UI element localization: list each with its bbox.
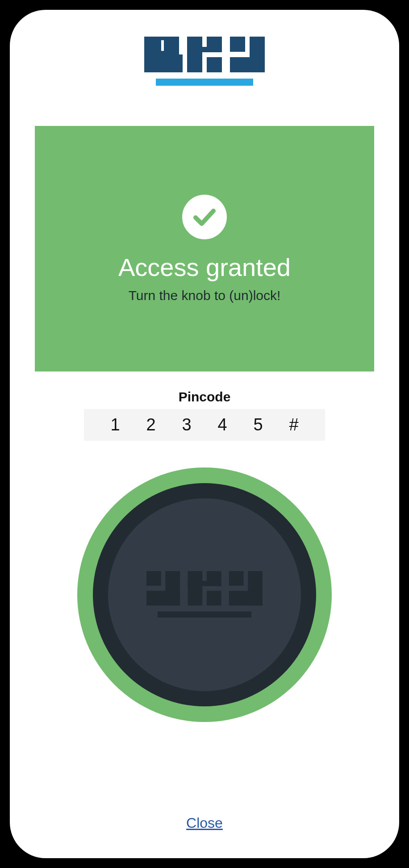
check-icon: [182, 195, 227, 239]
svg-rect-18: [230, 37, 245, 52]
pincode-digit: 5: [240, 415, 276, 434]
svg-rect-32: [158, 612, 251, 618]
svg-rect-17: [187, 47, 222, 52]
pincode-digit: 3: [169, 415, 204, 434]
status-panel: Access granted Turn the knob to (un)lock…: [35, 126, 374, 371]
svg-rect-20: [230, 57, 265, 72]
svg-rect-27: [207, 591, 221, 605]
svg-rect-25: [188, 571, 202, 605]
pincode-digit: 1: [97, 415, 133, 434]
sbs-logo-icon: [144, 37, 265, 86]
svg-rect-24: [146, 591, 180, 605]
brand-logo: [144, 37, 265, 86]
sbs-knob-logo-icon: [146, 571, 263, 618]
pincode-display: 1 2 3 4 5 #: [84, 409, 325, 441]
pincode-label: Pincode: [179, 389, 231, 405]
svg-rect-14: [187, 37, 202, 72]
app-screen: Access granted Turn the knob to (un)lock…: [10, 10, 399, 858]
svg-rect-28: [188, 581, 221, 586]
pincode-digit: 4: [204, 415, 240, 434]
svg-rect-21: [156, 79, 253, 86]
knob-face: [108, 498, 301, 691]
svg-rect-22: [146, 571, 161, 586]
knob-outer-ring: [93, 483, 316, 706]
status-subtitle: Turn the knob to (un)lock!: [129, 288, 281, 303]
svg-rect-29: [229, 571, 244, 586]
svg-rect-31: [229, 591, 263, 605]
svg-rect-16: [207, 57, 222, 72]
pincode-digit: #: [276, 415, 312, 434]
svg-rect-11: [144, 37, 159, 52]
pincode-digit: 2: [133, 415, 169, 434]
lock-knob[interactable]: [77, 467, 332, 722]
close-link[interactable]: Close: [186, 815, 223, 831]
status-title: Access granted: [118, 253, 291, 282]
svg-rect-13: [144, 57, 179, 72]
